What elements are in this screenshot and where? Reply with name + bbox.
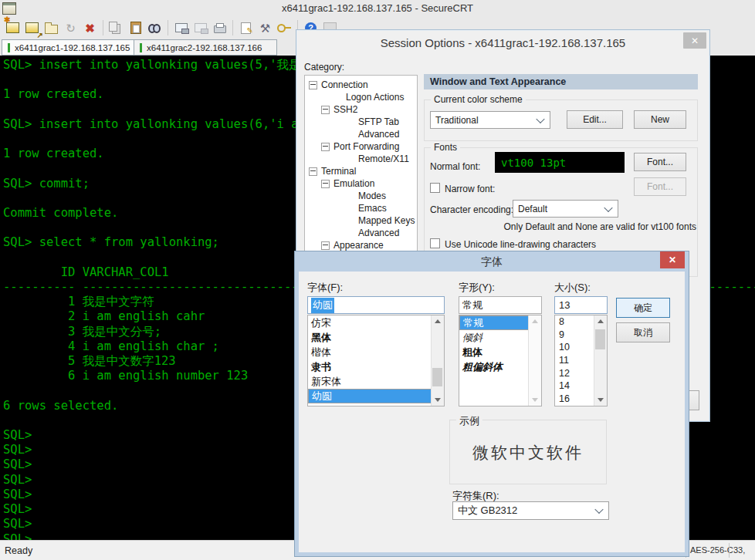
encoding-select[interactable]: Default xyxy=(513,200,618,218)
panel-header: Window and Text Appearance xyxy=(424,74,698,89)
dialog-title: 字体 xyxy=(295,255,689,269)
dialog-title: Session Options - x6411grac1-192.168.137… xyxy=(296,36,709,49)
tree-item[interactable]: Appearance xyxy=(305,239,417,251)
size-list-item[interactable]: 10 xyxy=(555,341,594,354)
key-agent-icon[interactable] xyxy=(275,19,294,37)
size-list-item[interactable]: 14 xyxy=(555,380,594,393)
disconnect-icon[interactable]: ✖ xyxy=(80,19,100,37)
collapse-icon[interactable] xyxy=(321,241,330,250)
tree-item[interactable]: Connection xyxy=(305,79,417,91)
font-list-item[interactable]: 新宋体 xyxy=(308,374,432,389)
scrollbar[interactable] xyxy=(431,315,444,406)
font-list-item[interactable]: 幼圆 xyxy=(308,389,432,403)
font-list-item[interactable]: 黑体 xyxy=(308,330,432,345)
font-dialog-body: 字体(F): 字形(Y): 大小(S): 幼圆 仿宋 黑体 楷体 xyxy=(299,272,685,552)
font-size-label: 大小(S): xyxy=(554,281,591,295)
toolbar-separator xyxy=(232,20,233,35)
font-style-list[interactable]: 常规 倾斜 粗体 粗偏斜体 xyxy=(459,315,542,407)
tree-item[interactable]: SFTP Tab xyxy=(305,116,417,128)
tree-item[interactable]: Port Forwarding xyxy=(305,140,417,153)
font-list-item[interactable]: 楷体 xyxy=(308,345,432,359)
connected-indicator-icon xyxy=(140,43,142,52)
tree-item[interactable]: Emulation xyxy=(305,177,417,190)
toolbar-separator xyxy=(168,20,168,35)
collapse-icon[interactable] xyxy=(321,106,330,114)
scroll-down-icon xyxy=(532,398,538,402)
collapse-icon[interactable] xyxy=(321,143,330,151)
scroll-up-icon[interactable] xyxy=(435,319,441,323)
style-list-item[interactable]: 粗体 xyxy=(459,345,530,359)
ok-button[interactable]: 确定 xyxy=(616,298,670,318)
font-size-list[interactable]: 8 9 10 11 12 xyxy=(554,315,608,407)
global-options-icon[interactable]: ⚒ xyxy=(256,19,275,37)
font-dialog: 字体 ✕ 字体(F): 字形(Y): 大小(S): 幼圆 仿宋 黑体 xyxy=(294,251,689,557)
font-name-list[interactable]: 仿宋 黑体 楷体 隶书 新宋体 xyxy=(307,315,445,407)
tree-item[interactable]: Advanced xyxy=(305,227,417,239)
copy-icon xyxy=(107,19,126,37)
connected-indicator-icon xyxy=(8,43,10,52)
tree-item[interactable]: Mapped Keys xyxy=(305,214,417,227)
session-options-icon[interactable]: ✎ xyxy=(236,19,256,37)
tab-x6411grac2[interactable]: x6411grac2-192.168.137.166 xyxy=(134,39,277,56)
print-icon[interactable] xyxy=(210,19,229,37)
scroll-down-icon[interactable] xyxy=(598,398,604,402)
tree-item[interactable]: Logon Actions xyxy=(305,91,417,103)
charset-select[interactable]: 中文 GB2312 xyxy=(452,501,609,520)
tree-item[interactable]: Remote/X11 xyxy=(305,153,417,165)
size-list-item[interactable]: 11 xyxy=(555,354,594,367)
edit-button[interactable]: Edit... xyxy=(567,110,623,129)
font-style-label: 字形(Y): xyxy=(459,281,495,295)
color-scheme-select[interactable]: Traditional xyxy=(430,111,550,129)
style-list-item[interactable]: 倾斜 xyxy=(459,330,530,345)
scrollbar[interactable] xyxy=(594,315,607,406)
font-list-item[interactable]: 隶书 xyxy=(308,359,432,374)
tree-item[interactable]: SSH2 xyxy=(305,103,417,116)
size-list-item[interactable]: 12 xyxy=(555,366,594,380)
connect-icon[interactable]: ↗ xyxy=(22,19,42,37)
scrollbar xyxy=(528,315,541,406)
style-list-item[interactable]: 常规 xyxy=(459,315,530,330)
normal-font-label: Normal font: xyxy=(430,161,480,172)
window-title: x6411grac1-192.168.137.165 - SecureCRT xyxy=(0,2,755,14)
style-list-item[interactable]: 粗偏斜体 xyxy=(459,359,530,374)
encoding-note: Only Default and None are valid for vt10… xyxy=(504,221,696,232)
tree-item[interactable]: Modes xyxy=(305,190,417,202)
paste-icon[interactable] xyxy=(126,19,145,37)
scroll-thumb[interactable] xyxy=(432,368,442,386)
sample-group: 示例 微软中文软件 xyxy=(449,420,607,484)
size-list-item[interactable]: 9 xyxy=(555,329,594,342)
encoding-label: Character encoding: xyxy=(430,204,513,215)
quick-connect-icon[interactable]: ✱ xyxy=(3,19,22,37)
font-name-input[interactable]: 幼圆 xyxy=(307,296,445,314)
size-list-item[interactable]: 16 xyxy=(555,393,594,406)
font-list-item[interactable]: 仿宋 xyxy=(308,315,432,330)
toolbar-separator xyxy=(103,20,103,35)
tree-item[interactable]: Emacs xyxy=(305,202,417,214)
narrow-font-checkbox[interactable] xyxy=(430,183,440,193)
close-icon[interactable]: ✕ xyxy=(683,32,706,49)
cancel-button[interactable]: 取消 xyxy=(616,322,670,342)
category-label: Category: xyxy=(304,62,344,73)
tab-x6411grac1[interactable]: x6411grac1-192.168.137.165 xyxy=(2,39,144,56)
font-size-input[interactable]: 13 xyxy=(554,296,608,314)
chevron-down-icon xyxy=(604,203,612,211)
collapse-icon[interactable] xyxy=(321,180,330,188)
close-icon[interactable]: ✕ xyxy=(660,251,685,268)
scroll-thumb[interactable] xyxy=(595,329,605,349)
narrow-font-label: Narrow font: xyxy=(445,184,495,194)
tree-item[interactable]: Advanced xyxy=(305,128,417,140)
size-list-item[interactable]: 8 xyxy=(555,315,594,329)
scroll-down-icon[interactable] xyxy=(435,398,441,402)
font-button[interactable]: Font... xyxy=(634,153,686,171)
new-button[interactable]: New xyxy=(634,110,686,129)
connect-in-tab-icon[interactable] xyxy=(42,19,61,37)
find-icon[interactable] xyxy=(145,19,164,37)
scroll-up-icon[interactable] xyxy=(598,319,604,323)
unicode-linedraw-checkbox[interactable] xyxy=(430,238,440,248)
tree-item[interactable]: Terminal xyxy=(305,165,417,177)
font-style-input[interactable]: 常规 xyxy=(459,296,542,314)
collapse-icon[interactable] xyxy=(309,167,317,176)
print-screen-icon[interactable] xyxy=(171,19,191,37)
chevron-down-icon xyxy=(594,505,603,514)
collapse-icon[interactable] xyxy=(309,81,317,89)
